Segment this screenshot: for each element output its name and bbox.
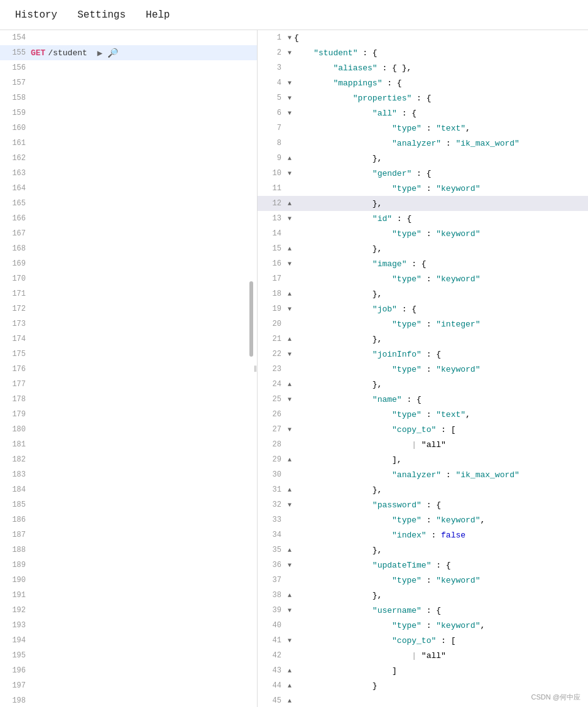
json-line-toggle-32[interactable]: ▼ [285, 502, 294, 509]
json-line-toggle-39[interactable]: ▼ [285, 607, 294, 614]
line-number-172: 172 [3, 305, 31, 313]
json-line-toggle-36[interactable]: ▼ [285, 562, 294, 569]
history-line-178: 178 [0, 392, 257, 407]
json-line-content-23: "type" : "keyword" [294, 365, 588, 374]
json-line-num-39: 39 [260, 606, 285, 615]
json-line-content-13: "id" : { [294, 214, 588, 224]
json-line-content-8: "analyzer" : "ik_max_word" [294, 139, 588, 148]
line-number-180: 180 [3, 425, 31, 434]
history-line-155[interactable]: 155GET /student▶🔎 [0, 45, 257, 60]
json-line-toggle-24[interactable]: ▲ [285, 381, 294, 388]
line-number-198: 198 [3, 696, 31, 705]
json-line-toggle-5[interactable]: ▼ [285, 95, 294, 102]
json-line-toggle-16[interactable]: ▼ [285, 261, 294, 267]
json-line-toggle-13[interactable]: ▼ [285, 215, 294, 222]
json-line-num-27: 27 [260, 425, 285, 434]
json-line-content-35: }, [294, 546, 588, 555]
menu-settings[interactable]: Settings [67, 4, 136, 26]
json-line-toggle-15[interactable]: ▲ [285, 246, 294, 252]
history-line-173: 173 [0, 316, 257, 332]
json-line-num-7: 7 [260, 124, 285, 132]
json-line-num-41: 41 [260, 636, 285, 645]
json-line-content-10: "gender" : { [294, 169, 588, 178]
json-line-toggle-12[interactable]: ▲ [285, 200, 294, 207]
json-line-content-19: "job" : { [294, 305, 588, 314]
json-line-content-4: "mappings" : { [294, 78, 588, 88]
history-line-162: 162 [0, 151, 257, 166]
json-line-22: 22▼ "joinInfo" : { [258, 347, 588, 362]
history-line-198: 198 [0, 693, 257, 707]
json-line-toggle-45[interactable]: ▲ [285, 698, 294, 704]
json-line-38: 38▲ }, [258, 588, 588, 603]
history-line-181: 181 [0, 437, 257, 452]
history-line-163: 163 [0, 166, 257, 181]
json-line-9: 9▲ }, [258, 151, 588, 166]
json-line-39: 39▼ "username" : { [258, 603, 588, 618]
json-line-toggle-31[interactable]: ▲ [285, 487, 294, 494]
line-number-156: 156 [3, 63, 31, 72]
json-line-toggle-35[interactable]: ▲ [285, 547, 294, 554]
history-line-166: 166 [0, 211, 257, 226]
json-line-toggle-29[interactable]: ▲ [285, 456, 294, 463]
json-line-toggle-41[interactable]: ▼ [285, 637, 294, 644]
line-number-158: 158 [3, 94, 31, 102]
json-line-num-26: 26 [260, 410, 285, 419]
json-line-num-43: 43 [260, 666, 285, 675]
search-icon[interactable]: 🔎 [107, 48, 118, 58]
history-line-185: 185 [0, 497, 257, 512]
json-line-content-20: "type" : "integer" [294, 320, 588, 329]
json-line-toggle-43[interactable]: ▲ [285, 667, 294, 674]
line-number-178: 178 [3, 395, 31, 404]
json-line-num-35: 35 [260, 546, 285, 554]
history-line-182: 182 [0, 452, 257, 467]
json-line-toggle-2[interactable]: ▼ [285, 50, 294, 57]
history-line-189: 189 [0, 558, 257, 573]
json-line-toggle-21[interactable]: ▲ [285, 336, 294, 343]
json-line-toggle-44[interactable]: ▲ [285, 683, 294, 689]
json-line-11: 11 "type" : "keyword" [258, 181, 588, 196]
json-line-6: 6▼ "all" : { [258, 105, 588, 121]
json-line-toggle-18[interactable]: ▲ [285, 291, 294, 298]
json-line-num-29: 29 [260, 455, 285, 464]
json-line-toggle-22[interactable]: ▼ [285, 351, 294, 358]
line-number-197: 197 [3, 681, 31, 690]
json-line-3: 3 "aliases" : { }, [258, 60, 588, 75]
json-line-num-6: 6 [260, 109, 285, 117]
line-number-177: 177 [3, 380, 31, 389]
json-line-content-3: "aliases" : { }, [294, 63, 588, 73]
json-line-num-2: 2 [260, 48, 285, 57]
resize-handle[interactable]: ∥ [253, 30, 257, 707]
json-line-toggle-1[interactable]: ▼ [285, 35, 294, 41]
menu-history[interactable]: History [5, 4, 67, 26]
json-line-toggle-27[interactable]: ▼ [285, 426, 294, 433]
history-line-158: 158 [0, 90, 257, 105]
line-number-193: 193 [3, 621, 31, 630]
json-line-content-18: }, [294, 289, 588, 299]
json-line-num-44: 44 [260, 681, 285, 690]
json-line-1: 1▼{ [258, 30, 588, 45]
json-line-toggle-10[interactable]: ▼ [285, 170, 294, 177]
json-line-toggle-4[interactable]: ▼ [285, 80, 294, 87]
line-number-154: 154 [3, 33, 31, 42]
json-line-num-42: 42 [260, 651, 285, 660]
line-number-173: 173 [3, 320, 31, 328]
line-number-196: 196 [3, 666, 31, 675]
json-line-content-37: "type" : "keyword" [294, 576, 588, 585]
menu-help[interactable]: Help [136, 4, 180, 26]
json-line-content-11: "type" : "keyword" [294, 184, 588, 193]
json-line-toggle-6[interactable]: ▼ [285, 110, 294, 117]
json-line-toggle-19[interactable]: ▼ [285, 306, 294, 313]
json-line-25: 25▼ "name" : { [258, 392, 588, 407]
run-button[interactable]: ▶ [97, 48, 102, 58]
json-line-content-42: | "all" [294, 651, 588, 661]
history-line-190: 190 [0, 573, 257, 588]
json-line-toggle-25[interactable]: ▼ [285, 396, 294, 403]
json-line-toggle-9[interactable]: ▲ [285, 155, 294, 162]
line-number-192: 192 [3, 606, 31, 615]
json-line-content-26: "type" : "text", [294, 410, 588, 419]
history-line-164: 164 [0, 181, 257, 196]
line-number-184: 184 [3, 485, 31, 494]
right-panel: 1▼{2▼ "student" : {3 "aliases" : { },4▼ … [258, 30, 588, 707]
json-line-toggle-38[interactable]: ▲ [285, 592, 294, 599]
line-number-167: 167 [3, 229, 31, 238]
